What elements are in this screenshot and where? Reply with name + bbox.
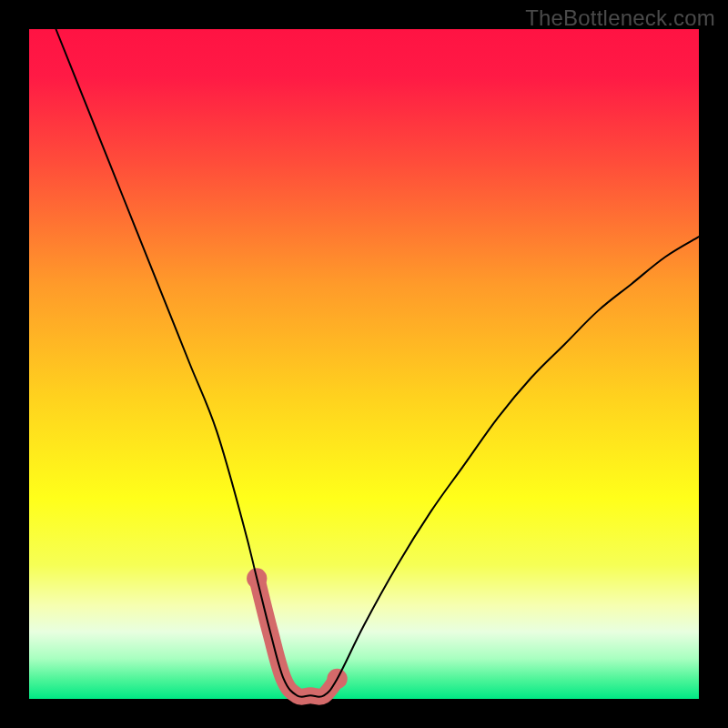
bottleneck-chart xyxy=(0,0,728,728)
plot-background xyxy=(29,29,699,699)
chart-frame: TheBottleneck.com xyxy=(0,0,728,728)
watermark-text: TheBottleneck.com xyxy=(525,5,715,31)
